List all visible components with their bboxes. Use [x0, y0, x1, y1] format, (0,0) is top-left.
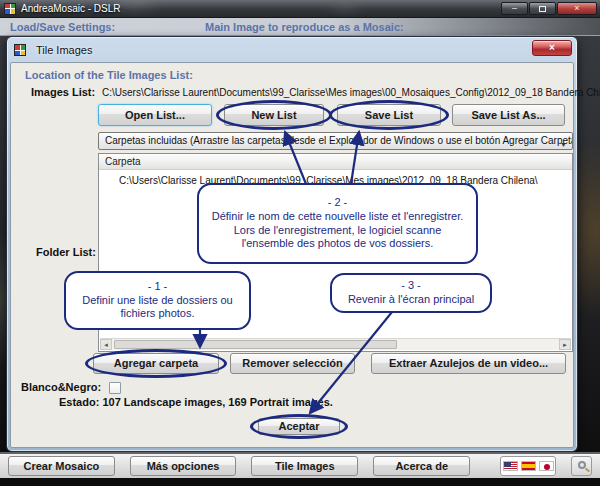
folder-list-label: Folder List:: [36, 246, 96, 258]
scrollbar-thumb[interactable]: [114, 340, 397, 349]
main-window-header-strip: Load/Save Settings: Main Image to reprod…: [0, 18, 600, 36]
bubble-1-number: - 1 -: [74, 280, 241, 294]
japan-flag-icon: [539, 461, 554, 471]
minimize-icon[interactable]: –: [501, 2, 528, 15]
bubble-2-number: - 2 -: [207, 196, 468, 210]
images-list-path: C:\Users\Clarisse Laurent\Documents\99_C…: [102, 87, 600, 98]
blanco-negro-label: Blanco&Negro:: [21, 381, 101, 393]
dropdown-selected-value: Carpetas incluidas (Arrastre las carpeta…: [105, 135, 573, 146]
chevron-down-icon: ▼: [560, 137, 567, 150]
annotation-bubble-2: - 2 - Définir le nom de cette nouvelle l…: [197, 183, 478, 264]
save-list-as-button[interactable]: Save List As...: [452, 104, 565, 126]
extraer-azulejos-button[interactable]: Extraer Azulejos de un video...: [371, 353, 566, 374]
dialog-titlebar[interactable]: Tile Images ×: [10, 39, 574, 61]
agregar-carpeta-button[interactable]: Agregar carpeta: [93, 353, 219, 374]
open-list-button[interactable]: Open List...: [98, 104, 212, 126]
scrollbar-left-arrow-icon[interactable]: ◄: [100, 339, 112, 350]
status-label: Estado:: [59, 396, 99, 408]
dialog-content: Location of the Tile Images List: Images…: [10, 62, 574, 448]
tile-images-button[interactable]: Tile Images: [251, 456, 358, 476]
dialog-close-icon[interactable]: ×: [532, 40, 572, 56]
desktop-background: AndreaMosaic - DSLR – × Load/Save Settin…: [0, 0, 600, 486]
us-flag-icon: [503, 461, 518, 471]
mas-opciones-button[interactable]: Más opciones: [130, 456, 237, 476]
annotation-bubble-3: - 3 - Revenir à l'écran principal: [330, 273, 492, 313]
magnifier-button[interactable]: [571, 456, 592, 476]
acerca-de-button[interactable]: Acerca de: [373, 456, 470, 476]
andreamosaic-logo-icon: [4, 3, 16, 15]
tile-images-dialog: Tile Images × Location of the Tile Image…: [6, 36, 578, 452]
spain-flag-icon: [521, 461, 536, 471]
maximize-icon[interactable]: [529, 2, 556, 15]
language-selector-button[interactable]: [500, 456, 556, 476]
images-list-label: Images List:: [31, 86, 95, 98]
aceptar-button[interactable]: Aceptar: [258, 418, 340, 435]
bubble-3-text: Revenir à l'écran principal: [340, 293, 482, 307]
scrollbar-right-arrow-icon[interactable]: ►: [559, 339, 571, 350]
remover-seleccion-button[interactable]: Remover selección: [230, 353, 355, 374]
bubble-3-number: - 3 -: [340, 279, 482, 293]
horizontal-scrollbar[interactable]: ◄ ►: [100, 338, 571, 350]
main-window-bottom-bar: Crear Mosaico Más opciones Tile Images A…: [0, 452, 600, 478]
list-column-header[interactable]: Carpeta: [99, 154, 572, 170]
blanco-negro-checkbox[interactable]: [109, 382, 121, 394]
bubble-2-text: Définir le nom de cette nouvelle liste e…: [207, 210, 468, 251]
dialog-logo-icon: [14, 44, 26, 56]
section-heading: Location of the Tile Images List:: [25, 69, 193, 81]
bubble-1-text: Definir une liste de dossiers ou fichier…: [74, 294, 241, 322]
main-window-titlebar[interactable]: AndreaMosaic - DSLR – ×: [0, 0, 600, 18]
close-icon[interactable]: ×: [557, 2, 597, 15]
load-save-settings-heading: Load/Save Settings:: [10, 21, 115, 33]
dialog-title: Tile Images: [36, 44, 92, 56]
folder-view-dropdown[interactable]: Carpetas incluidas (Arrastre las carpeta…: [98, 132, 573, 150]
crear-mosaico-button[interactable]: Crear Mosaico: [8, 456, 115, 476]
status-value: 107 Landscape images, 169 Portrait image…: [102, 396, 333, 408]
main-image-heading: Main Image to reproduce as a Mosaic:: [205, 21, 404, 33]
main-window-title: AndreaMosaic - DSLR: [21, 3, 120, 14]
save-list-button[interactable]: Save List: [337, 104, 441, 126]
new-list-button[interactable]: New List: [224, 104, 324, 126]
status-row: Estado: 107 Landscape images, 169 Portra…: [59, 396, 333, 408]
annotation-bubble-1: - 1 - Definir une liste de dossiers ou f…: [64, 271, 251, 330]
